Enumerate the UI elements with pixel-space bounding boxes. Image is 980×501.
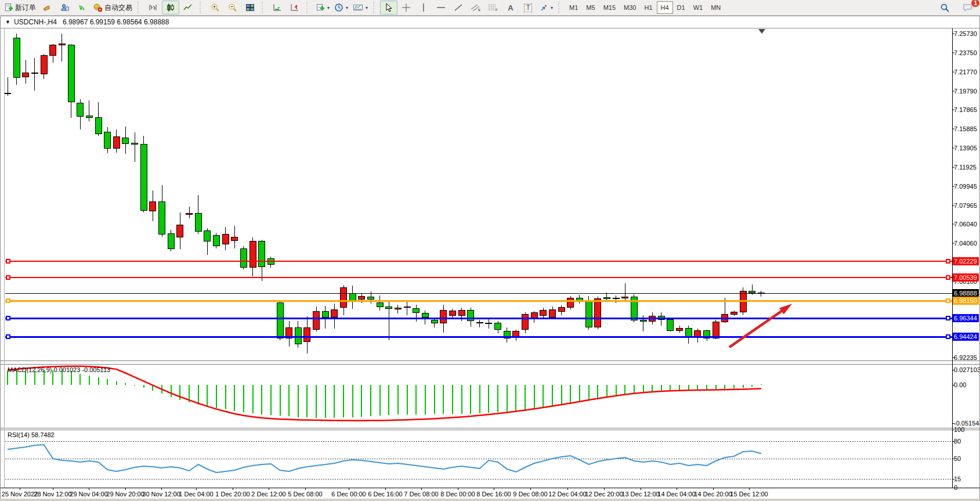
chart-type-group [143,0,198,15]
svg-text:7.15885: 7.15885 [954,125,977,132]
svg-text:12 Dec 04:00: 12 Dec 04:00 [548,491,586,498]
new-chart-button[interactable]: ▾ [313,1,332,15]
svg-text:50: 50 [954,455,961,462]
new-order-icon [4,3,13,12]
svg-text:7.17865: 7.17865 [954,106,977,113]
svg-text:6 Dec 00:00: 6 Dec 00:00 [331,491,366,498]
horizontal-line-icon [436,3,446,12]
horizontal-line-button[interactable] [432,1,450,15]
channel-icon: E [471,3,481,12]
chat-button[interactable]: 1 [959,1,977,15]
crosshair-icon [402,3,411,12]
search-icon [940,3,950,13]
person-chart-icon [60,3,69,12]
toolbar-separator [138,2,142,13]
vertical-line-icon [421,3,426,12]
svg-text:7.25730: 7.25730 [954,30,977,37]
auto-trading-label: 自动交易 [104,3,132,13]
auto-trading-icon [93,3,103,12]
auto-trading-button[interactable]: 自动交易 [91,1,135,15]
timeframe-d1-button[interactable]: D1 [673,1,689,14]
svg-text:F: F [496,8,498,12]
chart-shift-button[interactable] [286,1,303,15]
svg-text:E: E [478,8,480,12]
chart-canvas[interactable]: 7.257307.237507.217707.197907.178657.158… [1,28,979,499]
auto-scroll-button[interactable] [269,1,286,15]
svg-text:15 Dec 12:00: 15 Dec 12:00 [730,491,768,498]
fibonacci-icon: F [488,3,498,12]
crosshair-button[interactable] [397,1,415,15]
cursor-button[interactable] [380,1,397,15]
svg-text:7 Dec 08:00: 7 Dec 08:00 [404,491,438,498]
svg-text:0: 0 [954,484,957,491]
candlestick-chart-icon [166,3,175,12]
svg-text:6.98888: 6.98888 [954,290,977,297]
candlestick-chart-button[interactable] [162,1,179,15]
objects-group: ▾ ▾ ▾ [312,0,372,15]
drawing-tools-group: E F A T ▾ [378,0,557,15]
new-order-button[interactable]: 新订单 [2,1,38,15]
fibonacci-button[interactable]: F [484,1,502,15]
arrows-button[interactable]: ▾ [537,1,555,15]
svg-text:100: 100 [954,426,964,433]
trendline-icon [454,3,463,12]
new-chart-icon [316,3,325,12]
toolbar-separator [373,2,377,13]
timeframe-w1-button[interactable]: W1 [689,1,707,14]
svg-text:7.07965: 7.07965 [954,202,977,209]
tile-windows-button[interactable] [241,1,259,15]
svg-text:25 Nov 2022: 25 Nov 2022 [2,491,38,498]
new-order-label: 新订单 [15,3,36,13]
chevron-down-icon: ▾ [551,5,553,10]
text-label-button[interactable]: T [519,1,537,15]
svg-text:1 Dec 20:00: 1 Dec 20:00 [215,491,249,498]
rsi-label: RSI(14) 58.7482 [8,431,55,438]
chevron-down-icon: ▾ [327,5,330,10]
zoom-out-button[interactable] [224,1,241,15]
scroll-group [267,0,305,15]
timeframe-m15-button[interactable]: M15 [599,1,620,14]
trade-group: 新订单 自动交易 [0,0,136,15]
alerts-button[interactable] [38,1,56,15]
zoom-in-button[interactable] [207,1,224,15]
svg-text:7.21770: 7.21770 [954,69,977,75]
svg-text:28 Nov 12:00: 28 Nov 12:00 [34,491,71,498]
toolbar-separator [558,2,562,13]
timeframe-m1-button[interactable]: M1 [565,1,582,14]
zoom-out-icon [228,3,237,12]
auto-scroll-icon [273,3,282,12]
timeframe-m5-button[interactable]: M5 [582,1,599,14]
templates-button[interactable]: ▾ [350,1,370,15]
text-button[interactable]: A [502,1,519,15]
timeframe-m30-button[interactable]: M30 [620,1,640,14]
svg-text:13 Dec 12:00: 13 Dec 12:00 [621,491,659,498]
chevron-down-icon: ▾ [346,5,348,10]
periods-button[interactable]: ▾ [332,1,350,15]
vertical-line-button[interactable] [415,1,432,15]
timeframes-group: M1 M5 M15 M30 H1 H4 D1 W1 MN [563,0,726,15]
svg-text:1 Dec 04:00: 1 Dec 04:00 [179,491,213,498]
trendline-button[interactable] [450,1,467,15]
svg-text:5 Dec 08:00: 5 Dec 08:00 [288,491,322,498]
text-label-icon: T [524,3,531,12]
search-button[interactable] [936,1,953,15]
experts-button[interactable] [56,1,73,15]
line-chart-button[interactable] [179,1,197,15]
svg-text:14 Dec 20:00: 14 Dec 20:00 [694,491,732,498]
timeframe-mn-button[interactable]: MN [707,1,725,14]
timeframe-h1-button[interactable]: H1 [640,1,656,14]
equidistant-channel-button[interactable]: E [467,1,484,15]
chevron-down-icon: ▾ [366,5,368,10]
svg-text:12 Dec 20:00: 12 Dec 20:00 [585,491,623,498]
svg-text:6.92235: 6.92235 [954,354,977,361]
svg-text:7.06040: 7.06040 [954,221,977,228]
signals-button[interactable] [73,1,91,15]
line-chart-icon [183,3,193,12]
chart-titlebar[interactable]: ▼ USDCNH-,H4 6.98967 6.99159 6.98564 6.9… [1,16,979,28]
timeframe-h4-button[interactable]: H4 [657,1,673,14]
symbol-dropdown-icon[interactable]: ▼ [5,19,10,25]
svg-text:6 Dec 16:00: 6 Dec 16:00 [368,491,402,498]
svg-text:29 Nov 20:00: 29 Nov 20:00 [106,491,144,498]
toolbar-right: 1 [936,0,977,15]
bar-chart-button[interactable] [144,1,162,15]
